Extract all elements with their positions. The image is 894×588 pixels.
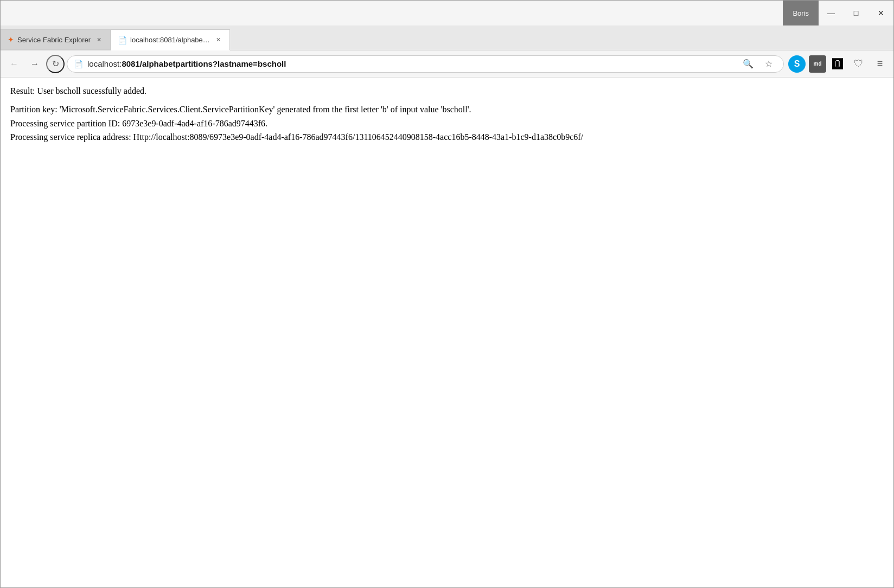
result-line: Result: User bscholl sucessfully added. (10, 86, 884, 96)
tab-label-1: Service Fabric Explorer (17, 36, 91, 44)
skype-icon[interactable]: S (788, 55, 806, 73)
refresh-button[interactable]: ↻ (46, 55, 65, 73)
window-controls: — □ ✕ (819, 1, 893, 25)
toolbar-icons: S md 🅾 🛡 ≡ (788, 55, 889, 73)
tab-close-2[interactable]: ✕ (213, 35, 223, 45)
page-icon: 📄 (74, 60, 83, 68)
url-bar[interactable]: 📄 localhost:8081/alphabetpartitions?last… (67, 55, 784, 73)
maximize-button[interactable]: □ (844, 1, 869, 25)
tabs-bar: ✦ Service Fabric Explorer ✕ 📄 localhost:… (1, 25, 893, 50)
user-label: Boris (783, 1, 819, 25)
url-host: localhost: (87, 59, 122, 68)
tab-service-fabric[interactable]: ✦ Service Fabric Explorer ✕ (1, 29, 111, 50)
partition-key-line: Partition key: 'Microsoft.ServiceFabric.… (10, 103, 884, 117)
close-button[interactable]: ✕ (869, 1, 893, 25)
tab-localhost[interactable]: 📄 localhost:8081/alphabetp... ✕ (111, 29, 230, 50)
info-block: Partition key: 'Microsoft.ServiceFabric.… (10, 103, 884, 144)
hamburger-menu-button[interactable]: ≡ (871, 55, 889, 73)
office-logo-svg: 🅾 (831, 57, 845, 71)
partition-id-line: Processing service partition ID: 6973e3e… (10, 117, 884, 131)
replica-address-line: Processing service replica address: Http… (10, 130, 884, 144)
back-button[interactable]: ← (5, 55, 23, 73)
bookmark-star-icon[interactable]: ☆ (761, 56, 777, 72)
md-label: md (814, 61, 822, 67)
tab-favicon-2: 📄 (118, 36, 127, 44)
new-tab-button[interactable] (232, 29, 254, 50)
hamburger-icon: ≡ (877, 58, 883, 69)
forward-button[interactable]: → (25, 55, 44, 73)
titlebar: Boris — □ ✕ (1, 1, 893, 25)
tab-close-1[interactable]: ✕ (94, 35, 104, 44)
shield-glyph: 🛡 (854, 58, 864, 69)
minimize-button[interactable]: — (819, 1, 844, 25)
url-text: localhost:8081/alphabetpartitions?lastna… (87, 59, 736, 68)
md-icon[interactable]: md (809, 55, 826, 73)
url-port-path: 8081/alphabetpartitions?lastname=bscholl (122, 59, 286, 68)
shield-icon[interactable]: 🛡 (850, 55, 867, 73)
search-icon[interactable]: 🔍 (740, 56, 756, 72)
browser-window: Boris — □ ✕ ✦ Service Fabric Explorer ✕ … (0, 0, 894, 588)
office-icon[interactable]: 🅾 (829, 55, 847, 73)
address-bar: ← → ↻ 📄 localhost:8081/alphabetpartition… (1, 50, 893, 78)
skype-letter: S (794, 59, 800, 69)
page-content: Result: User bscholl sucessfully added. … (1, 78, 893, 587)
tab-label-2: localhost:8081/alphabetp... (130, 36, 210, 44)
tab-favicon-1: ✦ (8, 35, 14, 44)
svg-text:🅾: 🅾 (832, 58, 843, 70)
